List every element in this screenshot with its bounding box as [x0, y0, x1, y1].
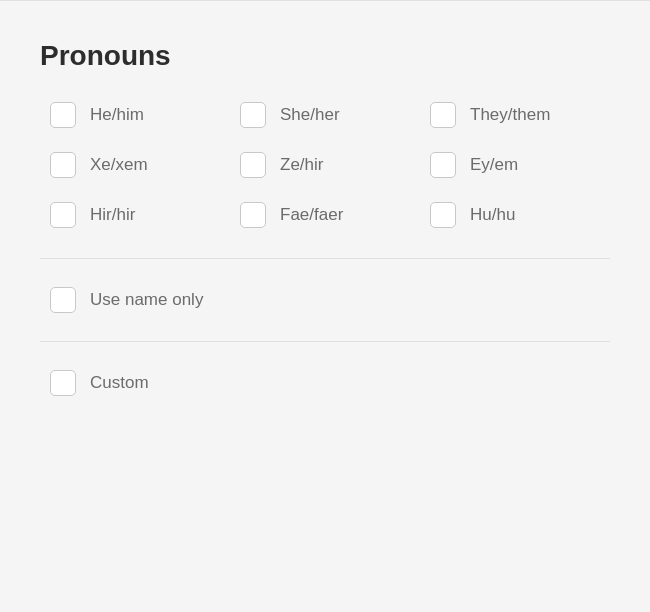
checkbox-item-they-them[interactable]: They/them [430, 102, 600, 128]
checkbox-hir-hir[interactable] [50, 202, 76, 228]
checkbox-item-fae-faer[interactable]: Fae/faer [240, 202, 410, 228]
checkbox-he-him[interactable] [50, 102, 76, 128]
pronouns-grid: He/him She/her They/them Xe/xem Ze/hir E [40, 102, 610, 228]
checkbox-custom[interactable] [50, 370, 76, 396]
label-xe-xem: Xe/xem [90, 155, 148, 175]
checkbox-item-he-him[interactable]: He/him [50, 102, 220, 128]
label-ze-hir: Ze/hir [280, 155, 323, 175]
label-hu-hu: Hu/hu [470, 205, 515, 225]
label-hir-hir: Hir/hir [90, 205, 135, 225]
content-area: Pronouns He/him She/her They/them Xe/xem [0, 0, 650, 444]
checkbox-use-name-only[interactable] [50, 287, 76, 313]
label-custom: Custom [90, 373, 149, 393]
checkbox-item-custom[interactable]: Custom [40, 352, 610, 414]
label-he-him: He/him [90, 105, 144, 125]
checkbox-item-xe-xem[interactable]: Xe/xem [50, 152, 220, 178]
checkbox-item-hir-hir[interactable]: Hir/hir [50, 202, 220, 228]
divider-1 [40, 258, 610, 259]
page-container: Pronouns He/him She/her They/them Xe/xem [0, 0, 650, 612]
checkbox-ze-hir[interactable] [240, 152, 266, 178]
label-fae-faer: Fae/faer [280, 205, 343, 225]
checkbox-hu-hu[interactable] [430, 202, 456, 228]
label-she-her: She/her [280, 105, 340, 125]
checkbox-she-her[interactable] [240, 102, 266, 128]
divider-2 [40, 341, 610, 342]
checkbox-they-them[interactable] [430, 102, 456, 128]
checkbox-xe-xem[interactable] [50, 152, 76, 178]
checkbox-item-ey-em[interactable]: Ey/em [430, 152, 600, 178]
checkbox-item-hu-hu[interactable]: Hu/hu [430, 202, 600, 228]
checkbox-item-ze-hir[interactable]: Ze/hir [240, 152, 410, 178]
checkbox-item-use-name-only[interactable]: Use name only [40, 269, 610, 331]
label-ey-em: Ey/em [470, 155, 518, 175]
top-divider [0, 0, 650, 1]
label-use-name-only: Use name only [90, 290, 203, 310]
checkbox-item-she-her[interactable]: She/her [240, 102, 410, 128]
checkbox-ey-em[interactable] [430, 152, 456, 178]
section-title: Pronouns [40, 40, 610, 72]
checkbox-fae-faer[interactable] [240, 202, 266, 228]
label-they-them: They/them [470, 105, 550, 125]
